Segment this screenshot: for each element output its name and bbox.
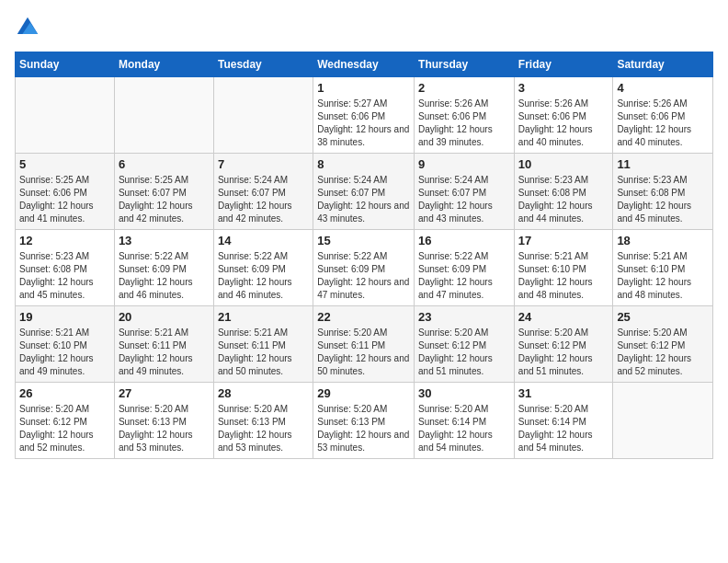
day-info: Sunrise: 5:20 AM Sunset: 6:13 PM Dayligh… [218,403,309,454]
day-cell: 17Sunrise: 5:21 AM Sunset: 6:10 PM Dayli… [514,230,613,306]
day-cell [114,77,213,154]
day-cell: 15Sunrise: 5:22 AM Sunset: 6:09 PM Dayli… [313,230,415,306]
day-cell: 30Sunrise: 5:20 AM Sunset: 6:14 PM Dayli… [415,383,515,459]
day-info: Sunrise: 5:21 AM Sunset: 6:11 PM Dayligh… [119,327,210,378]
day-cell: 6Sunrise: 5:25 AM Sunset: 6:07 PM Daylig… [114,154,213,230]
day-number: 1 [317,81,410,95]
day-cell: 23Sunrise: 5:20 AM Sunset: 6:12 PM Dayli… [415,306,515,383]
day-info: Sunrise: 5:25 AM Sunset: 6:07 PM Dayligh… [119,174,210,225]
day-info: Sunrise: 5:25 AM Sunset: 6:06 PM Dayligh… [19,174,110,225]
day-number: 2 [418,81,510,95]
column-header-saturday: Saturday [613,52,713,77]
day-cell: 7Sunrise: 5:24 AM Sunset: 6:07 PM Daylig… [213,154,313,230]
day-cell: 19Sunrise: 5:21 AM Sunset: 6:10 PM Dayli… [16,306,115,383]
day-number: 30 [418,386,510,400]
day-number: 5 [19,157,110,171]
day-number: 24 [518,310,609,324]
day-info: Sunrise: 5:21 AM Sunset: 6:11 PM Dayligh… [218,327,309,378]
day-number: 21 [218,310,309,324]
day-number: 25 [617,310,709,324]
day-info: Sunrise: 5:22 AM Sunset: 6:09 PM Dayligh… [418,250,510,302]
day-info: Sunrise: 5:21 AM Sunset: 6:10 PM Dayligh… [617,250,709,302]
calendar-header: SundayMondayTuesdayWednesdayThursdayFrid… [16,52,713,77]
day-info: Sunrise: 5:22 AM Sunset: 6:09 PM Dayligh… [218,250,309,302]
day-number: 19 [19,310,110,324]
day-number: 3 [518,81,609,95]
page-header [15,15,713,40]
column-header-monday: Monday [114,52,213,77]
day-number: 11 [617,157,709,171]
day-info: Sunrise: 5:22 AM Sunset: 6:09 PM Dayligh… [119,250,210,302]
day-number: 16 [418,234,510,247]
day-cell: 18Sunrise: 5:21 AM Sunset: 6:10 PM Dayli… [613,230,713,306]
day-info: Sunrise: 5:27 AM Sunset: 6:06 PM Dayligh… [317,98,410,149]
day-cell: 11Sunrise: 5:23 AM Sunset: 6:08 PM Dayli… [613,154,713,230]
day-cell: 28Sunrise: 5:20 AM Sunset: 6:13 PM Dayli… [213,383,313,459]
day-cell: 14Sunrise: 5:22 AM Sunset: 6:09 PM Dayli… [213,230,313,306]
day-number: 15 [317,234,410,247]
week-row-3: 12Sunrise: 5:23 AM Sunset: 6:08 PM Dayli… [16,230,713,306]
day-info: Sunrise: 5:20 AM Sunset: 6:13 PM Dayligh… [317,403,410,454]
day-cell: 25Sunrise: 5:20 AM Sunset: 6:12 PM Dayli… [613,306,713,383]
day-info: Sunrise: 5:20 AM Sunset: 6:14 PM Dayligh… [418,403,510,454]
day-cell: 4Sunrise: 5:26 AM Sunset: 6:06 PM Daylig… [613,77,713,154]
day-cell: 26Sunrise: 5:20 AM Sunset: 6:12 PM Dayli… [16,383,115,459]
day-number: 26 [19,386,110,400]
day-info: Sunrise: 5:23 AM Sunset: 6:08 PM Dayligh… [518,174,609,225]
day-cell: 16Sunrise: 5:22 AM Sunset: 6:09 PM Dayli… [415,230,515,306]
logo-icon [15,15,40,40]
day-number: 12 [19,234,110,247]
day-number: 14 [218,234,309,247]
day-cell: 12Sunrise: 5:23 AM Sunset: 6:08 PM Dayli… [16,230,115,306]
day-number: 28 [218,386,309,400]
day-cell: 21Sunrise: 5:21 AM Sunset: 6:11 PM Dayli… [213,306,313,383]
day-cell: 24Sunrise: 5:20 AM Sunset: 6:12 PM Dayli… [514,306,613,383]
day-cell: 20Sunrise: 5:21 AM Sunset: 6:11 PM Dayli… [114,306,213,383]
day-number: 23 [418,310,510,324]
column-header-thursday: Thursday [415,52,515,77]
day-info: Sunrise: 5:20 AM Sunset: 6:12 PM Dayligh… [617,327,709,378]
column-header-friday: Friday [514,52,613,77]
day-cell: 22Sunrise: 5:20 AM Sunset: 6:11 PM Dayli… [313,306,415,383]
day-number: 20 [119,310,210,324]
day-info: Sunrise: 5:24 AM Sunset: 6:07 PM Dayligh… [418,174,510,225]
day-number: 9 [418,157,510,171]
day-number: 10 [518,157,609,171]
calendar-table: SundayMondayTuesdayWednesdayThursdayFrid… [15,52,713,459]
day-info: Sunrise: 5:26 AM Sunset: 6:06 PM Dayligh… [617,98,709,149]
column-header-sunday: Sunday [16,52,115,77]
day-cell: 10Sunrise: 5:23 AM Sunset: 6:08 PM Dayli… [514,154,613,230]
day-number: 29 [317,386,410,400]
calendar-body: 1Sunrise: 5:27 AM Sunset: 6:06 PM Daylig… [16,77,713,459]
day-cell: 5Sunrise: 5:25 AM Sunset: 6:06 PM Daylig… [16,154,115,230]
day-number: 22 [317,310,410,324]
day-cell: 9Sunrise: 5:24 AM Sunset: 6:07 PM Daylig… [415,154,515,230]
day-info: Sunrise: 5:26 AM Sunset: 6:06 PM Dayligh… [518,98,609,149]
day-number: 17 [518,234,609,247]
day-number: 27 [119,386,210,400]
day-cell [613,383,713,459]
day-cell: 13Sunrise: 5:22 AM Sunset: 6:09 PM Dayli… [114,230,213,306]
day-info: Sunrise: 5:20 AM Sunset: 6:13 PM Dayligh… [119,403,210,454]
week-row-2: 5Sunrise: 5:25 AM Sunset: 6:06 PM Daylig… [16,154,713,230]
day-info: Sunrise: 5:21 AM Sunset: 6:10 PM Dayligh… [518,250,609,302]
logo [15,15,44,40]
day-cell: 31Sunrise: 5:20 AM Sunset: 6:14 PM Dayli… [514,383,613,459]
day-info: Sunrise: 5:24 AM Sunset: 6:07 PM Dayligh… [317,174,410,225]
day-cell [213,77,313,154]
day-cell: 8Sunrise: 5:24 AM Sunset: 6:07 PM Daylig… [313,154,415,230]
day-number: 4 [617,81,709,95]
day-info: Sunrise: 5:22 AM Sunset: 6:09 PM Dayligh… [317,250,410,302]
day-number: 31 [518,386,609,400]
day-info: Sunrise: 5:20 AM Sunset: 6:12 PM Dayligh… [418,327,510,378]
week-row-1: 1Sunrise: 5:27 AM Sunset: 6:06 PM Daylig… [16,77,713,154]
week-row-4: 19Sunrise: 5:21 AM Sunset: 6:10 PM Dayli… [16,306,713,383]
day-info: Sunrise: 5:21 AM Sunset: 6:10 PM Dayligh… [19,327,110,378]
day-number: 8 [317,157,410,171]
day-info: Sunrise: 5:20 AM Sunset: 6:12 PM Dayligh… [518,327,609,378]
day-number: 6 [119,157,210,171]
day-info: Sunrise: 5:20 AM Sunset: 6:14 PM Dayligh… [518,403,609,454]
day-info: Sunrise: 5:26 AM Sunset: 6:06 PM Dayligh… [418,98,510,149]
column-header-wednesday: Wednesday [313,52,415,77]
day-cell [16,77,115,154]
